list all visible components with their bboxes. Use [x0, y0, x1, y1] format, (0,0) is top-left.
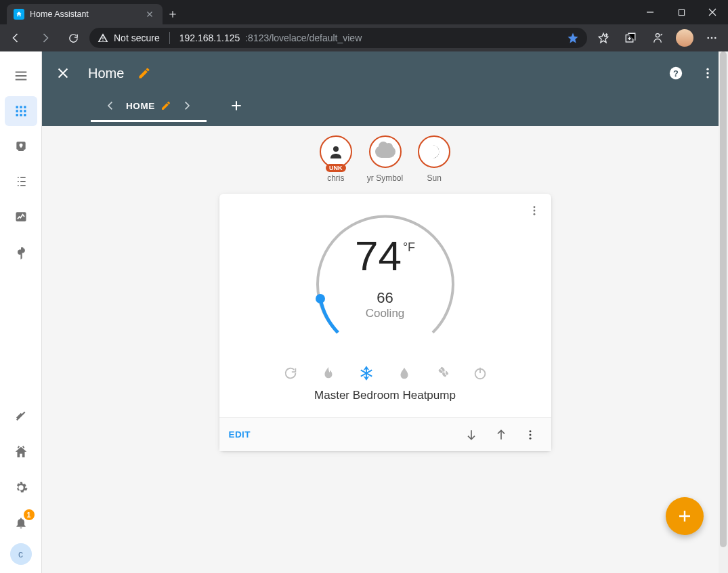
favorites-icon[interactable]: [591, 27, 616, 49]
mode-heat-button[interactable]: [318, 363, 339, 383]
svg-rect-7: [20, 106, 22, 108]
person-icon: [328, 144, 344, 160]
card-overflow-button[interactable]: [519, 423, 542, 446]
security-label: Not secure: [114, 33, 160, 43]
sidebar-profile-chip[interactable]: c: [10, 543, 32, 565]
move-card-up-button[interactable]: [489, 423, 513, 447]
url-host: 192.168.1.125: [179, 33, 240, 43]
svg-rect-9: [16, 110, 18, 112]
browser-profile-avatar[interactable]: [672, 27, 697, 49]
content-area: Home ? HOME: [42, 51, 728, 573]
bookmark-star-icon[interactable]: [567, 32, 579, 44]
view-tab-label: HOME: [126, 101, 155, 111]
badge-label: Sun: [427, 173, 441, 183]
badge-row: UNK chris yr Symbol Sun: [320, 135, 450, 183]
thermostat-card: 74°F 66 Cooling Master Bedroom Heatpum: [219, 194, 551, 451]
page-title: Home: [88, 66, 124, 81]
svg-rect-16: [18, 150, 23, 151]
svg-point-2: [656, 34, 659, 37]
svg-rect-11: [24, 110, 26, 112]
mode-auto-button[interactable]: [280, 363, 301, 383]
profile-initial: c: [18, 549, 23, 559]
extensions-icon[interactable]: [645, 27, 670, 49]
svg-point-5: [714, 37, 716, 39]
browser-tab[interactable]: Home Assistant: [7, 4, 163, 24]
badge-chris[interactable]: UNK chris: [320, 135, 352, 183]
window-maximize-button[interactable]: [666, 0, 697, 24]
svg-point-26: [533, 213, 535, 215]
close-editor-button[interactable]: [50, 60, 76, 86]
thermostat-gauge[interactable]: 74°F 66 Cooling: [301, 207, 470, 356]
svg-rect-10: [20, 110, 22, 112]
card-footer: EDIT: [219, 417, 551, 451]
sidebar-item-map[interactable]: [5, 131, 37, 161]
mode-off-button[interactable]: [470, 363, 490, 383]
mode-dry-button[interactable]: [394, 363, 414, 383]
svg-rect-0: [679, 9, 684, 15]
view-tab-home[interactable]: HOME: [91, 89, 207, 122]
move-card-down-button[interactable]: [459, 423, 484, 447]
badge-weather[interactable]: yr Symbol: [367, 135, 403, 183]
sidebar-item-overview[interactable]: [5, 96, 37, 126]
temperature-unit: °F: [403, 240, 415, 254]
svg-point-20: [706, 68, 708, 70]
window-minimize-button[interactable]: [635, 0, 666, 24]
mode-cool-button[interactable]: [356, 363, 377, 383]
vertical-scrollbar[interactable]: [719, 51, 728, 573]
browser-forward-button[interactable]: [33, 27, 57, 49]
moon-icon: [425, 143, 443, 161]
sidebar-item-history[interactable]: [5, 202, 37, 232]
hvac-mode-row: [280, 363, 490, 383]
badge-chip: UNK: [326, 164, 346, 172]
help-button[interactable]: ?: [663, 60, 689, 86]
appbar: Home ? HOME: [42, 51, 728, 126]
svg-point-31: [529, 437, 531, 439]
badge-label: chris: [327, 173, 344, 183]
notification-badge: 1: [24, 509, 35, 520]
browser-refresh-button[interactable]: [61, 27, 85, 49]
window-close-button[interactable]: [697, 0, 728, 24]
card-menu-button[interactable]: [524, 200, 544, 221]
view-next-button[interactable]: [177, 96, 196, 115]
current-temperature: 74: [355, 232, 402, 279]
sidebar-item-configuration[interactable]: [5, 473, 37, 503]
not-secure-icon: [98, 33, 108, 43]
edit-view-button[interactable]: [160, 100, 171, 111]
tab-close-button[interactable]: [144, 8, 156, 20]
new-tab-button[interactable]: [163, 4, 183, 24]
appbar-menu-button[interactable]: [695, 60, 720, 86]
app-root: 1 c Home ? HOME: [0, 51, 728, 573]
omnibox-divider: [169, 32, 170, 44]
browser-omnibox[interactable]: Not secure 192.168.1.125:8123/lovelace/d…: [89, 28, 587, 48]
svg-rect-13: [20, 114, 22, 116]
thermostat-device-name: Master Bedroom Heatpump: [314, 389, 456, 402]
browser-back-button[interactable]: [4, 27, 28, 49]
svg-point-24: [533, 206, 535, 208]
svg-point-21: [706, 72, 708, 74]
sidebar-menu-toggle[interactable]: [5, 61, 37, 91]
mode-fan-button[interactable]: [432, 363, 452, 383]
scrollbar-thumb[interactable]: [720, 51, 727, 547]
url-path: :8123/lovelace/default_view: [245, 33, 362, 43]
browser-address-bar: Not secure 192.168.1.125:8123/lovelace/d…: [0, 24, 728, 51]
add-card-fab[interactable]: [666, 497, 704, 535]
svg-point-22: [706, 76, 708, 78]
sidebar-item-hacs[interactable]: [5, 402, 37, 432]
sidebar-item-supervisor[interactable]: [5, 438, 37, 467]
window-controls: [635, 0, 728, 24]
badge-label: yr Symbol: [367, 173, 403, 183]
sidebar-item-devtools[interactable]: [5, 237, 37, 267]
add-view-button[interactable]: [221, 95, 251, 116]
svg-rect-12: [16, 114, 18, 116]
badge-sun[interactable]: Sun: [418, 135, 450, 183]
browser-menu-button[interactable]: [700, 27, 724, 49]
collections-icon[interactable]: [618, 27, 643, 49]
sidebar-item-logbook[interactable]: [5, 167, 37, 196]
svg-point-23: [333, 146, 339, 152]
view-prev-button[interactable]: [102, 96, 121, 115]
svg-point-3: [707, 37, 709, 39]
svg-point-25: [533, 210, 535, 212]
edit-card-button[interactable]: EDIT: [229, 429, 251, 440]
edit-title-button[interactable]: [132, 61, 156, 85]
sidebar-item-notifications[interactable]: 1: [5, 508, 37, 538]
